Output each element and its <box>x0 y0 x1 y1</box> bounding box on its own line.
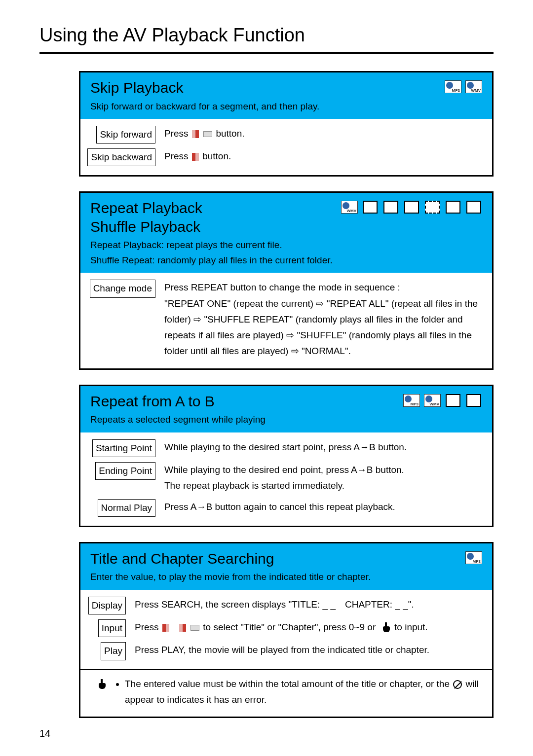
title-underline <box>39 52 494 54</box>
repeat-ab-panel: Repeat from A to B MP3 WMV Repeats a sel… <box>79 385 494 527</box>
play-row: Play Press PLAY, the movie will be playe… <box>90 642 482 660</box>
format-icon <box>403 200 420 215</box>
wmv-icon: WMV <box>465 79 482 94</box>
note-item: The entered value must be within the tot… <box>125 676 482 708</box>
play-label: Play <box>101 642 126 660</box>
panel-subtext: Skip forward or backward for a segment, … <box>80 99 492 119</box>
text: to input. <box>394 622 428 632</box>
panel-title: Repeat from A to B <box>90 392 215 411</box>
change-mode-label: Change mode <box>90 280 155 297</box>
mp3-icon: MP3 <box>465 550 482 565</box>
skip-playback-panel: Skip Playback MP3 WMV Skip forward or ba… <box>79 71 494 177</box>
title-chapter-panel: Title and Chapter Searching MP3 Enter th… <box>79 542 494 718</box>
normal-play-row: Normal Play Press A→B button again to ca… <box>90 499 482 517</box>
text: to select "Title" or "Chapter", press 0~… <box>203 622 378 632</box>
text: button. <box>216 128 244 139</box>
prev-icon <box>162 624 169 632</box>
text: Press <box>164 151 191 161</box>
forbid-icon <box>453 680 462 689</box>
panel-subtext: Repeat Playback: repeat plays the curren… <box>80 238 492 273</box>
page-number: 14 <box>39 728 494 739</box>
play-text: Press PLAY, the movie will be played fro… <box>135 642 482 658</box>
format-icon <box>445 200 461 215</box>
format-icon <box>382 200 399 215</box>
skip-forward-row: Skip forward Press button. <box>90 126 482 144</box>
text: Press <box>164 128 191 139</box>
skip-backward-label: Skip backward <box>87 148 155 166</box>
text: The entered value must be within the tot… <box>125 679 452 689</box>
starting-point-label: Starting Point <box>92 439 155 457</box>
tv-icon <box>203 131 212 137</box>
starting-point-row: Starting Point While playing to the desi… <box>90 439 482 457</box>
ending-point-text: While playing to the desired end point, … <box>164 462 482 494</box>
format-icon <box>362 200 379 215</box>
ending-point-row: Ending Point While playing to the desire… <box>90 462 482 494</box>
display-text: Press SEARCH, the screen displays "TITLE… <box>135 597 482 612</box>
input-row: Input Press to select "Title" or "Chapte… <box>90 619 482 637</box>
next-icon <box>179 624 186 632</box>
title-line2: Shuffle Playback <box>90 218 200 235</box>
title-line1: Repeat Playback <box>90 200 202 216</box>
format-icon <box>424 200 441 215</box>
change-mode-row: Change mode Press REPEAT button to chang… <box>90 280 482 359</box>
normal-play-text: Press A→B button again to cancel this re… <box>164 499 482 515</box>
panel-subtext: Repeats a selected segment while playing <box>80 412 492 432</box>
format-icon <box>445 393 461 408</box>
prev-icon <box>192 153 199 161</box>
panel-title: Repeat Playback Shuffle Playback <box>90 199 202 236</box>
panel-title: Skip Playback <box>90 78 183 97</box>
ending-point-label: Ending Point <box>95 462 155 480</box>
mp3-icon: MP3 <box>403 393 420 408</box>
skip-backward-row: Skip backward Press button. <box>90 148 482 166</box>
format-icon <box>465 200 482 215</box>
next-icon <box>192 130 199 138</box>
text: Press <box>135 622 161 632</box>
page-title: Using the AV Playback Function <box>39 25 494 46</box>
wmv-icon: WMV <box>341 200 358 215</box>
display-label: Display <box>88 597 126 614</box>
starting-point-text: While playing to the desired start point… <box>164 439 482 455</box>
skip-forward-label: Skip forward <box>96 126 155 144</box>
sub-line1: Repeat Playback: repeat plays the curren… <box>90 240 282 250</box>
sub-line2: Shuffle Repeat: randomly play all files … <box>90 255 333 265</box>
panel-icon-row: MP3 WMV <box>445 79 482 94</box>
panel-title: Title and Chapter Searching <box>90 549 274 568</box>
panel-icon-row: MP3 WMV <box>403 393 482 408</box>
change-mode-text: Press REPEAT button to change the mode i… <box>164 280 482 359</box>
input-label: Input <box>98 619 126 637</box>
panel-icon-row: MP3 <box>465 550 482 565</box>
hand-icon <box>98 679 107 690</box>
normal-play-label: Normal Play <box>98 499 155 517</box>
mp3-icon: MP3 <box>445 79 461 94</box>
panel-subtext: Enter the value, to play the movie from … <box>80 570 492 589</box>
note-row: The entered value must be within the tot… <box>80 669 492 717</box>
panel-icon-row: WMV <box>341 200 482 215</box>
repeat-playback-panel: Repeat Playback Shuffle Playback WMV Rep… <box>79 191 494 369</box>
display-row: Display Press SEARCH, the screen display… <box>90 597 482 614</box>
format-icon <box>465 393 482 408</box>
hand-icon <box>382 622 391 633</box>
tv-icon <box>190 625 199 631</box>
wmv-icon: WMV <box>424 393 441 408</box>
text: button. <box>202 151 231 161</box>
